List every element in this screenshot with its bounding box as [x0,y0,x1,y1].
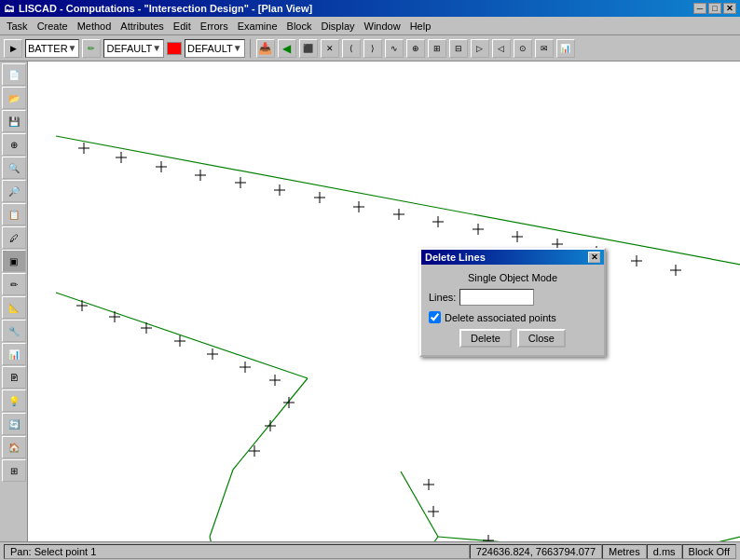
app-icon: 🗂 [4,2,15,15]
dialog-lines-label: Lines: [429,292,456,303]
tb-icon-12[interactable]: ◁ [492,39,511,58]
left-icon-new[interactable]: 📄 [2,63,26,86]
left-icon-refresh[interactable]: 🔄 [2,413,26,435]
layer-dropdown-arrow: ▼ [68,43,77,53]
dialog-delete-button[interactable]: Delete [459,329,512,348]
tb-icon-4[interactable]: ✕ [321,39,339,58]
status-message: Pan: Select point 1 [4,544,470,559]
menu-display[interactable]: Display [316,20,359,33]
left-icon-measure[interactable]: 📐 [2,296,26,319]
main-area: 📄 📂 💾 ⊕ 🔍 🔎 📋 🖊 ▣ ✏ 📐 🔧 📊 🖹 💡 🔄 🏠 ⊞ [0,61,740,541]
status-coordinates: 724636.824, 7663794.077 [470,544,602,559]
toolbar-separator-1 [250,39,252,58]
tb-icon-5[interactable]: ⟨ [342,39,361,58]
linetype-dropdown-value: DEFAULT [106,43,152,54]
linetype-dropdown[interactable]: DEFAULT ▼ [103,39,164,58]
pen-icon[interactable]: ✏ [82,39,101,58]
left-icon-open[interactable]: 📂 [2,87,26,109]
toolbar: ▶ BATTER ▼ ✏ DEFAULT ▼ DEFAULT ▼ 📥 ◀ ⬛ ✕… [0,35,740,61]
tb-icon-10[interactable]: ⊟ [449,39,468,58]
color-dropdown-value: DEFAULT [187,43,233,54]
tb-icon-1[interactable]: 📥 [256,39,275,58]
menu-examine[interactable]: Examine [233,20,282,33]
menu-create[interactable]: Create [33,20,73,33]
tb-icon-9[interactable]: ⊞ [428,39,446,58]
tb-icon-2[interactable]: ◀ [278,39,296,58]
color-dropdown[interactable]: DEFAULT ▼ [185,39,245,58]
menu-window[interactable]: Window [360,20,405,33]
dialog-lines-input[interactable] [459,289,534,306]
layer-dropdown-value: BATTER [28,43,68,54]
left-icon-settings[interactable]: 🔧 [2,320,26,342]
left-icon-zoomout[interactable]: 🔎 [2,180,26,202]
dialog-content: Single Object Mode Lines: Delete associa… [421,265,604,355]
status-block-off: Block Off [682,544,736,559]
dialog-title-bar: Delete Lines ✕ [421,250,604,265]
color-swatch[interactable] [167,42,182,55]
left-toolbar: 📄 📂 💾 ⊕ 🔍 🔎 📋 🖊 ▣ ✏ 📐 🔧 📊 🖹 💡 🔄 🏠 ⊞ [0,61,28,541]
menu-task[interactable]: Task [2,20,33,33]
delete-dialog: Delete Lines ✕ Single Object Mode Lines:… [419,248,606,357]
color-dropdown-arrow: ▼ [233,43,242,53]
linetype-dropdown-arrow: ▼ [152,43,161,53]
status-units: Metres [602,544,647,559]
left-icon-edit[interactable]: ✏ [2,273,26,295]
menu-errors[interactable]: Errors [196,20,233,33]
menu-attributes[interactable]: Attributes [116,20,168,33]
status-bar: Pan: Select point 1 724636.824, 7663794.… [0,541,740,560]
title-bar-controls: ─ □ ✕ [693,3,736,14]
dialog-checkbox-row: Delete associated points [429,311,596,323]
tb-icon-6[interactable]: ⟩ [363,39,382,58]
left-icon-layers[interactable]: 📋 [2,203,26,225]
maximize-button[interactable]: □ [708,3,721,14]
left-icon-light[interactable]: 💡 [2,389,26,412]
tb-icon-14[interactable]: ✉ [535,39,554,58]
menu-bar: Task Create Method Attributes Edit Error… [0,17,740,35]
menu-help[interactable]: Help [405,20,436,33]
left-icon-draw[interactable]: 🖊 [2,226,26,249]
dialog-title-text: Delete Lines [425,252,486,263]
title-bar: 🗂 LISCAD - Computations - "Intersection … [0,0,740,17]
dialog-close-icon-btn[interactable]: ✕ [588,252,600,263]
menu-block[interactable]: Block [282,20,317,33]
left-icon-select[interactable]: ▣ [2,250,26,272]
left-icon-doc[interactable]: 🖹 [2,366,26,389]
tb-icon-8[interactable]: ⊕ [406,39,425,58]
toolbar-pointer-icon[interactable]: ▶ [4,39,22,58]
dialog-mode-text: Single Object Mode [429,272,596,283]
dialog-lines-row: Lines: [429,289,596,306]
svg-rect-0 [28,61,740,541]
tb-icon-11[interactable]: ▷ [471,39,489,58]
dialog-checkbox-label: Delete associated points [445,312,556,323]
dialog-buttons: Delete Close [429,329,596,348]
title-bar-left: 🗂 LISCAD - Computations - "Intersection … [4,2,312,15]
left-icon-save[interactable]: 💾 [2,110,26,132]
tb-icon-3[interactable]: ⬛ [299,39,318,58]
close-button[interactable]: ✕ [723,3,736,14]
tb-icon-13[interactable]: ⊙ [514,39,532,58]
left-icon-zoomin[interactable]: 🔍 [2,157,26,179]
left-icon-home[interactable]: 🏠 [2,436,26,458]
minimize-button[interactable]: ─ [693,3,706,14]
dialog-close-button[interactable]: Close [517,329,566,348]
canvas-area: Delete Lines ✕ Single Object Mode Lines:… [28,61,740,541]
dialog-delete-points-checkbox[interactable] [429,311,441,323]
left-icon-chart[interactable]: 📊 [2,343,26,365]
menu-edit[interactable]: Edit [169,20,196,33]
tb-icon-15[interactable]: 📊 [556,39,575,58]
status-dms: d.ms [647,544,682,559]
left-icon-add[interactable]: ⊕ [2,133,26,156]
menu-method[interactable]: Method [73,20,116,33]
layer-dropdown[interactable]: BATTER ▼ [25,39,79,58]
drawing-canvas [28,61,740,541]
title-text: LISCAD - Computations - "Intersection De… [19,3,312,14]
left-icon-misc[interactable]: ⊞ [2,459,26,482]
tb-icon-7[interactable]: ∿ [385,39,404,58]
